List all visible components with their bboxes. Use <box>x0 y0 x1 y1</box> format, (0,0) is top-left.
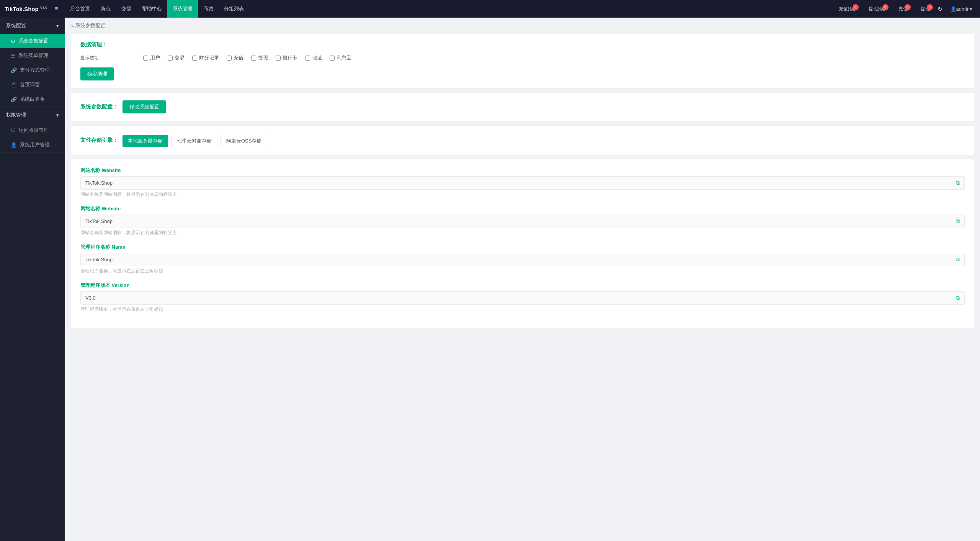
data-clear-title: 数据清理： <box>80 41 965 48</box>
sidebar-group-title-系统配置[interactable]: 系统配置▾ <box>0 18 65 34</box>
config-input-0[interactable] <box>85 180 956 186</box>
sidebar-item-支付方式管理[interactable]: 🔗支付方式管理 <box>0 63 65 77</box>
sidebar-item-label: 访问权限管理 <box>19 127 49 134</box>
sidebar-item-label: 系统用户管理 <box>20 141 50 148</box>
checkbox-item-提现[interactable]: 提现 <box>251 54 268 61</box>
checkbox-用户[interactable] <box>143 56 148 61</box>
checkbox-利息宝[interactable] <box>330 56 335 61</box>
nav-item-帮助中心[interactable]: 帮助中心 <box>137 0 167 18</box>
sidebar-icon: 👤 <box>11 142 17 148</box>
config-items-card: 网站名称 Website ⧉ 网站名称及网站图标，将显示在浏览器的标签上 网站名… <box>71 159 974 328</box>
nav-item-系统管理[interactable]: 系统管理 <box>167 0 198 18</box>
withdraw-badge: 0 <box>927 4 933 10</box>
copy-icon-0[interactable]: ⧉ <box>956 180 960 186</box>
withdraw-btn[interactable]: 提现 0 <box>918 6 933 12</box>
checkbox-财务记录[interactable] <box>192 56 197 61</box>
sidebar-item-访问权限管理[interactable]: 🛡访问权限管理 <box>0 123 65 138</box>
checkbox-充值[interactable] <box>227 56 232 61</box>
refresh-icon[interactable]: ↻ <box>934 5 946 13</box>
file-storage-title: 文件存储引擎： <box>80 137 118 144</box>
checkbox-item-财务记录[interactable]: 财务记录 <box>192 54 219 61</box>
sidebar-icon: 🔗 <box>11 97 17 102</box>
sidebar-group-title-权限管理[interactable]: 权限管理▾ <box>0 107 65 123</box>
checkbox-label-提现: 提现 <box>258 54 268 61</box>
sidebar-icon: 🛡 <box>11 128 16 133</box>
sidebar-item-label: 系统白名单 <box>20 96 45 103</box>
checkbox-地址[interactable] <box>305 56 310 61</box>
sidebar-item-系统参数配置[interactable]: ⚙系统参数配置 <box>0 34 65 48</box>
copy-icon-2[interactable]: ⧉ <box>956 256 960 263</box>
nav-item-后台首页[interactable]: 后台首页 <box>65 0 95 18</box>
copy-icon-1[interactable]: ⧉ <box>956 218 960 225</box>
menu-toggle-icon[interactable]: ≡ <box>55 5 58 12</box>
storage-btn-本地服务器存储[interactable]: 本地服务器存储 <box>122 135 168 147</box>
checkbox-label-用户: 用户 <box>150 54 160 61</box>
right-area: 充值(候) 0 提现(候) 0 充值 0 提现 0 ↻ 👤 admin ▾ <box>836 5 975 13</box>
config-input-3[interactable] <box>85 295 956 301</box>
breadcrumb-label: 系统参数配置 <box>75 22 105 29</box>
storage-btn-七牛云对象存储[interactable]: 七牛云对象存储 <box>171 135 217 147</box>
storage-buttons: 本地服务器存储七牛云对象存储阿里云OSS存储 <box>122 135 267 147</box>
checkbox-item-用户[interactable]: 用户 <box>143 54 160 61</box>
config-input-row-3: ⧉ <box>80 291 965 305</box>
recharge-badge: 0 <box>905 4 911 10</box>
config-label-2: 管理程序名称 Name <box>80 244 965 251</box>
sidebar-icon: 🔗 <box>11 67 17 73</box>
sidebar: 系统配置▾⚙系统参数配置☰系统菜单管理🔗支付方式管理📱首页弹窗🔗系统白名单权限管… <box>0 18 65 541</box>
checkbox-item-地址[interactable]: 地址 <box>305 54 322 61</box>
config-label-0: 网站名称 Website <box>80 167 965 174</box>
sidebar-group-权限管理: 权限管理▾🛡访问权限管理👤系统用户管理 <box>0 107 65 152</box>
layout: 系统配置▾⚙系统参数配置☰系统菜单管理🔗支付方式管理📱首页弹窗🔗系统白名单权限管… <box>0 18 980 541</box>
storage-btn-阿里云OSS存储[interactable]: 阿里云OSS存储 <box>220 135 267 147</box>
sidebar-group-系统配置: 系统配置▾⚙系统参数配置☰系统菜单管理🔗支付方式管理📱首页弹窗🔗系统白名单 <box>0 18 65 107</box>
recharge-pending-badge: 0 <box>853 4 859 10</box>
system-params-title: 系统参数配置： <box>80 103 118 110</box>
config-input-row-0: ⧉ <box>80 176 965 190</box>
config-hint-0: 网站名称及网站图标，将显示在浏览器的标签上 <box>80 191 965 198</box>
sidebar-item-系统白名单[interactable]: 🔗系统白名单 <box>0 92 65 107</box>
checkbox-label-利息宝: 利息宝 <box>336 54 351 61</box>
withdraw-pending-badge: 0 <box>882 4 889 10</box>
data-clear-card: 数据清理： 显示选项 用户交易财务记录充值提现银行卡地址利息宝 确定清理 <box>71 34 974 88</box>
checkbox-item-银行卡[interactable]: 银行卡 <box>276 54 297 61</box>
config-label-3: 管理程序版本 Version <box>80 282 965 289</box>
nav-item-商城[interactable]: 商城 <box>198 0 219 18</box>
sidebar-item-label: 支付方式管理 <box>20 67 50 74</box>
confirm-clear-button[interactable]: 确定清理 <box>80 67 114 80</box>
sidebar-item-系统菜单管理[interactable]: ☰系统菜单管理 <box>0 48 65 63</box>
checkbox-item-利息宝[interactable]: 利息宝 <box>330 54 351 61</box>
checkbox-交易[interactable] <box>168 56 173 61</box>
checkbox-row: 用户交易财务记录充值提现银行卡地址利息宝 <box>143 54 351 61</box>
config-hint-3: 管理程序版本，将显示在后台左上角标题 <box>80 306 965 313</box>
config-input-row-2: ⧉ <box>80 253 965 266</box>
copy-icon-3[interactable]: ⧉ <box>956 295 960 301</box>
withdraw-pending-btn[interactable]: 提现(候) 0 <box>866 6 889 12</box>
nav-item-角色[interactable]: 角色 <box>95 0 116 18</box>
checkbox-item-充值[interactable]: 充值 <box>227 54 243 61</box>
main-content: » 系统参数配置 数据清理： 显示选项 用户交易财务记录充值提现银行卡地址利息宝… <box>65 18 980 541</box>
checkbox-label-银行卡: 银行卡 <box>283 54 297 61</box>
app-version: V3.0 <box>40 6 47 10</box>
config-item-3: 管理程序版本 Version ⧉ 管理程序版本，将显示在后台左上角标题 <box>80 282 965 313</box>
recharge-pending-btn[interactable]: 充值(候) 0 <box>836 6 859 12</box>
checkbox-label-地址: 地址 <box>312 54 322 61</box>
config-label-1: 网站名称 Website <box>80 205 965 212</box>
config-input-2[interactable] <box>85 257 956 262</box>
checkbox-提现[interactable] <box>251 56 256 61</box>
file-storage-card: 文件存储引擎： 本地服务器存储七牛云对象存储阿里云OSS存储 <box>71 126 974 155</box>
breadcrumb: » 系统参数配置 <box>71 22 974 29</box>
nav-item-交易[interactable]: 交易 <box>116 0 137 18</box>
admin-label: admin <box>956 6 970 12</box>
nav-item-分组列表[interactable]: 分组列表 <box>219 0 249 18</box>
recharge-btn[interactable]: 充值 0 <box>895 6 911 12</box>
sidebar-item-系统用户管理[interactable]: 👤系统用户管理 <box>0 138 65 152</box>
config-item-2: 管理程序名称 Name ⧉ 管理程序名称，将显示在后台左上角标题 <box>80 244 965 274</box>
admin-menu[interactable]: 👤 admin ▾ <box>947 6 975 12</box>
config-item-1: 网站名称 Website ⧉ 网站名称及网站图标，将显示在浏览器的标签上 <box>80 205 965 236</box>
config-hint-1: 网站名称及网站图标，将显示在浏览器的标签上 <box>80 230 965 236</box>
sidebar-item-首页弹窗[interactable]: 📱首页弹窗 <box>0 77 65 92</box>
config-input-1[interactable] <box>85 218 956 224</box>
checkbox-银行卡[interactable] <box>276 56 281 61</box>
checkbox-item-交易[interactable]: 交易 <box>168 54 185 61</box>
modify-config-button[interactable]: 修改系统配置 <box>122 100 166 113</box>
